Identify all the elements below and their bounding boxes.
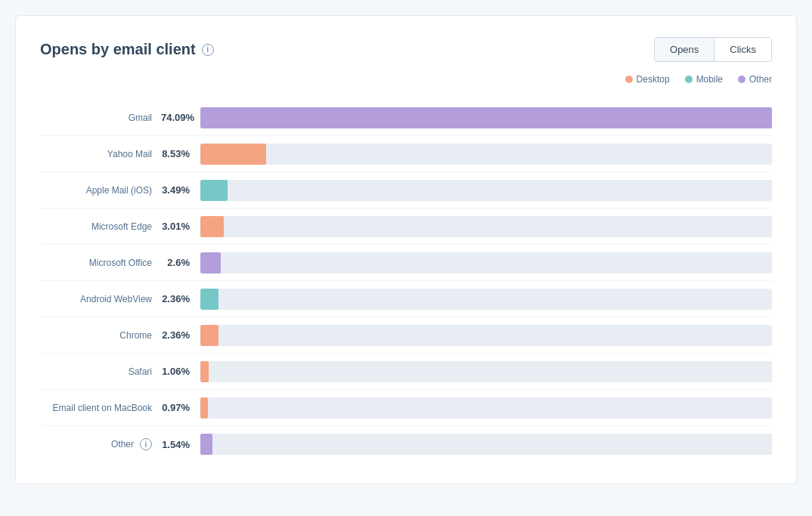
bar-percentage: 1.54%	[161, 439, 200, 450]
bar-label: Email client on MacBook	[40, 403, 161, 413]
bar-percentage: 2.6%	[161, 257, 200, 268]
legend-label: Other	[749, 74, 772, 85]
title-group: Opens by email client i	[40, 41, 214, 58]
bar-percentage: 74.09%	[161, 112, 200, 123]
title-info-icon[interactable]: i	[202, 44, 214, 56]
bar-percentage: 8.53%	[161, 148, 200, 159]
opens-by-email-client-card: Opens by email client i Opens Clicks Des…	[15, 15, 797, 484]
card-header: Opens by email client i Opens Clicks	[40, 37, 772, 62]
bar-label: Otheri	[40, 438, 161, 450]
bar-label: Microsoft Office	[40, 258, 161, 268]
bar-row: Yahoo Mail8.53%	[40, 136, 772, 172]
card-title: Opens by email client	[40, 41, 196, 58]
bar-fill	[200, 434, 212, 455]
bar-fill	[200, 144, 266, 165]
legend-label: Mobile	[696, 74, 723, 85]
legend-dot	[625, 76, 633, 83]
legend-row: DesktopMobileOther	[40, 74, 772, 85]
bar-fill	[200, 180, 228, 201]
bar-row: Gmail74.09%	[40, 100, 772, 136]
bar-row: Microsoft Office2.6%	[40, 245, 772, 281]
bar-fill	[200, 397, 208, 419]
bar-track	[200, 180, 772, 201]
opens-button[interactable]: Opens	[655, 38, 714, 61]
bar-label: Chrome	[40, 330, 161, 341]
bar-row: Email client on MacBook0.97%	[40, 390, 772, 426]
bar-label: Microsoft Edge	[40, 221, 161, 232]
bar-label: Yahoo Mail	[40, 149, 161, 159]
bar-label: Gmail	[40, 113, 161, 123]
bar-row: Microsoft Edge3.01%	[40, 209, 772, 245]
bar-track	[200, 144, 772, 165]
bar-fill	[200, 252, 221, 273]
bar-row: Android WebView2.36%	[40, 281, 772, 317]
bar-fill	[200, 289, 218, 310]
bar-percentage: 1.06%	[161, 366, 200, 377]
bar-percentage: 2.36%	[161, 329, 200, 341]
chart-area: Gmail74.09%Yahoo Mail8.53%Apple Mail (iO…	[40, 100, 772, 462]
bar-row: Safari1.06%	[40, 354, 772, 390]
bar-label: Safari	[40, 366, 161, 377]
bar-label: Android WebView	[40, 294, 161, 304]
bar-track	[200, 216, 772, 237]
bar-percentage: 3.49%	[161, 184, 200, 196]
bar-track	[200, 434, 772, 455]
row-info-icon[interactable]: i	[140, 438, 152, 450]
bar-percentage: 3.01%	[161, 221, 200, 232]
bar-percentage: 2.36%	[161, 293, 200, 304]
bar-fill	[200, 325, 218, 346]
bar-track	[200, 252, 772, 273]
bar-fill	[200, 361, 209, 382]
legend-dot	[738, 76, 745, 83]
legend-item: Other	[738, 74, 772, 85]
legend-label: Desktop	[637, 74, 670, 85]
legend-item: Mobile	[685, 74, 723, 85]
bar-row: Apple Mail (iOS)3.49%	[40, 172, 772, 209]
bar-row: Chrome2.36%	[40, 317, 772, 354]
toggle-button-group: Opens Clicks	[654, 37, 772, 62]
bar-fill	[200, 107, 772, 128]
legend-item: Desktop	[625, 74, 670, 85]
bar-row: Otheri1.54%	[40, 426, 772, 462]
bar-track	[200, 361, 772, 382]
bar-fill	[200, 216, 224, 237]
clicks-button[interactable]: Clicks	[714, 38, 771, 61]
bar-track	[200, 289, 772, 310]
bar-percentage: 0.97%	[161, 402, 200, 413]
bar-label: Apple Mail (iOS)	[40, 185, 161, 196]
bar-track	[200, 325, 772, 346]
bar-track	[200, 107, 772, 128]
legend-dot	[685, 76, 693, 83]
bar-track	[200, 397, 772, 419]
